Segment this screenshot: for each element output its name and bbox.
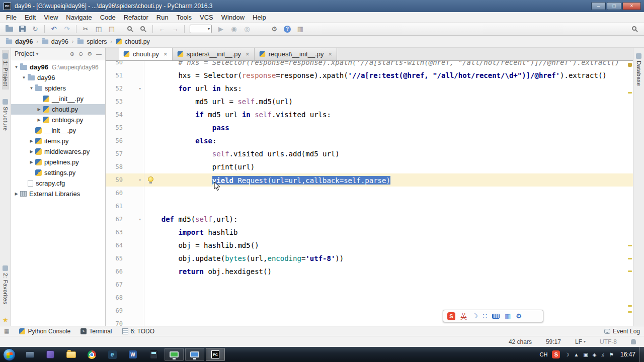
gutter-67[interactable]: 67: [106, 278, 144, 291]
project-item-middlewares-py[interactable]: ▶middlewares.py: [11, 146, 105, 157]
sogou-logo-icon[interactable]: S: [447, 312, 455, 320]
project-item-init-py[interactable]: __init__.py: [11, 94, 105, 104]
tab-request-init-py[interactable]: request\__init__.py×: [255, 48, 337, 60]
gutter-50[interactable]: 50: [106, 61, 144, 69]
gutter-64[interactable]: 64: [106, 239, 144, 252]
menu-window[interactable]: Window: [217, 14, 249, 21]
taskbar-screen-app[interactable]: [165, 348, 184, 361]
ime-moon-icon[interactable]: ☽: [565, 352, 569, 357]
gutter-59[interactable]: 59▾: [106, 173, 144, 187]
gutter-65[interactable]: 65: [106, 252, 144, 265]
gutter-61[interactable]: 61: [106, 200, 144, 213]
search-everywhere-icon[interactable]: [629, 24, 641, 35]
gutter-60[interactable]: 60: [106, 187, 144, 200]
status-encoding[interactable]: UTF-8: [600, 338, 617, 345]
warning-stripe-mark[interactable]: [628, 311, 632, 313]
ime-lang-state[interactable]: 英: [460, 311, 467, 321]
project-item-scrapy-cfg[interactable]: scrapy.cfg: [11, 178, 105, 189]
gutter-66[interactable]: 66: [106, 265, 144, 278]
code-text-58[interactable]: print(url): [144, 163, 633, 171]
close-tab-icon[interactable]: ×: [164, 50, 168, 58]
tree-collapsed-icon[interactable]: ▶: [36, 107, 42, 112]
tray-icon-4[interactable]: ⚑: [609, 352, 614, 357]
tree-collapsed-icon[interactable]: ▶: [13, 192, 20, 196]
tree-collapsed-icon[interactable]: ▶: [28, 139, 35, 143]
fold-marker-icon[interactable]: ▾: [139, 217, 141, 222]
synchronize-icon[interactable]: ↻: [29, 24, 41, 35]
tab-spiders-init-py[interactable]: spiders\__init__.py×: [173, 48, 255, 60]
menu-run[interactable]: Run: [152, 14, 173, 21]
taskbar-calculator[interactable]: [144, 348, 163, 361]
project-item-spiders[interactable]: ▼spiders: [11, 83, 105, 94]
project-item-items-py[interactable]: ▶items.py: [11, 136, 105, 146]
toolwindow-button-structure[interactable]: Structure: [2, 96, 9, 134]
taskbar-explorer[interactable]: [61, 348, 80, 361]
toolwindow-button-python-console[interactable]: Python Console: [19, 328, 70, 335]
project-structure-icon[interactable]: ▦: [294, 24, 306, 35]
gutter-57[interactable]: 57: [106, 147, 144, 160]
settings-gear-icon[interactable]: ⚙: [87, 51, 92, 57]
hide-panel-icon[interactable]: —: [96, 51, 102, 57]
project-item-external-libraries[interactable]: ▶External Libraries: [11, 189, 105, 199]
toolwindow-button-event-log[interactable]: Event Log: [604, 328, 640, 335]
toolwindow-button-1-project[interactable]: 1: Project: [2, 50, 9, 89]
gutter-51[interactable]: 51: [106, 69, 144, 82]
help-icon[interactable]: ?: [281, 24, 293, 35]
ime-settings-icon[interactable]: ⚙: [516, 312, 522, 320]
gutter-62[interactable]: 62▾: [106, 213, 144, 226]
code-text-66[interactable]: return obj.hexdigest(): [144, 267, 633, 276]
code-editor[interactable]: 50 # hxs = Selector(response=response).x…: [106, 61, 633, 326]
breadcrumb-day96[interactable]: day96: [40, 38, 70, 46]
copy-icon[interactable]: ◫: [93, 24, 105, 35]
settings-icon[interactable]: ⚙: [268, 24, 280, 35]
project-item-init-py[interactable]: __init__.py: [11, 125, 105, 136]
tree-expanded-icon[interactable]: ▼: [21, 75, 27, 80]
toolwindow-button-2-favorites[interactable]: 2: Favorites: [2, 262, 9, 308]
menu-code[interactable]: Code: [96, 14, 120, 21]
menu-help[interactable]: Help: [249, 14, 270, 21]
code-text-54[interactable]: if md5_url in self.visited_urls:: [144, 111, 633, 119]
warning-stripe-mark[interactable]: [628, 258, 632, 259]
code-text-56[interactable]: else:: [144, 137, 633, 145]
menu-view[interactable]: View: [40, 14, 62, 21]
coverage-icon[interactable]: ◎: [241, 24, 253, 35]
cut-icon[interactable]: ✂: [79, 24, 92, 35]
warning-stripe-mark[interactable]: [628, 92, 632, 94]
ime-symbols-icon[interactable]: ∷: [483, 312, 487, 320]
tree-collapsed-icon[interactable]: ▶: [28, 149, 35, 154]
close-button[interactable]: ×: [622, 2, 641, 10]
gutter-53[interactable]: 53: [106, 95, 144, 108]
toolwindow-button-6-todo[interactable]: 6: TODO: [122, 328, 155, 335]
gutter-68[interactable]: 68: [106, 291, 144, 304]
taskbar-chrome[interactable]: [82, 348, 101, 361]
debug-icon[interactable]: ◉: [228, 24, 240, 35]
taskbar-purple-app[interactable]: [41, 348, 60, 361]
project-item-settings-py[interactable]: settings.py: [11, 167, 105, 178]
project-item-chouti-py[interactable]: ▶chouti.py: [11, 104, 105, 115]
gutter-52[interactable]: 52▾: [106, 82, 144, 95]
tray-icon-3[interactable]: ♫: [601, 352, 605, 357]
chevron-down-icon[interactable]: ▾: [36, 52, 38, 56]
intention-bulb-icon[interactable]: [148, 176, 153, 182]
start-button[interactable]: [3, 348, 16, 361]
tree-expanded-icon[interactable]: ▼: [13, 65, 20, 69]
close-tab-icon[interactable]: ×: [329, 50, 333, 58]
taskbar-word[interactable]: W: [123, 348, 142, 361]
project-item-day96[interactable]: ▼day96G:\wupeiqi\day96: [11, 62, 105, 72]
menu-navigate[interactable]: Navigate: [62, 14, 96, 21]
code-text-52[interactable]: for url in hxs:: [144, 84, 633, 93]
save-all-icon[interactable]: [16, 24, 28, 35]
project-panel-title[interactable]: Project: [15, 50, 34, 57]
toolwindow-switcher-icon[interactable]: ▦: [4, 328, 9, 334]
menu-edit[interactable]: Edit: [21, 14, 40, 21]
replace-icon[interactable]: [137, 24, 149, 35]
tree-collapsed-icon[interactable]: ▶: [36, 118, 42, 122]
breadcrumb-chouti-py[interactable]: chouti.py: [114, 38, 151, 46]
gutter-54[interactable]: 54: [106, 108, 144, 121]
run-config-select[interactable]: ▾: [190, 25, 212, 33]
project-item-cnblogs-py[interactable]: ▶cnblogs.py: [11, 115, 105, 125]
tree-collapsed-icon[interactable]: ▶: [28, 160, 35, 164]
warning-stripe-mark[interactable]: [628, 270, 632, 272]
menu-file[interactable]: File: [2, 14, 21, 21]
gutter-55[interactable]: 55: [106, 121, 144, 134]
